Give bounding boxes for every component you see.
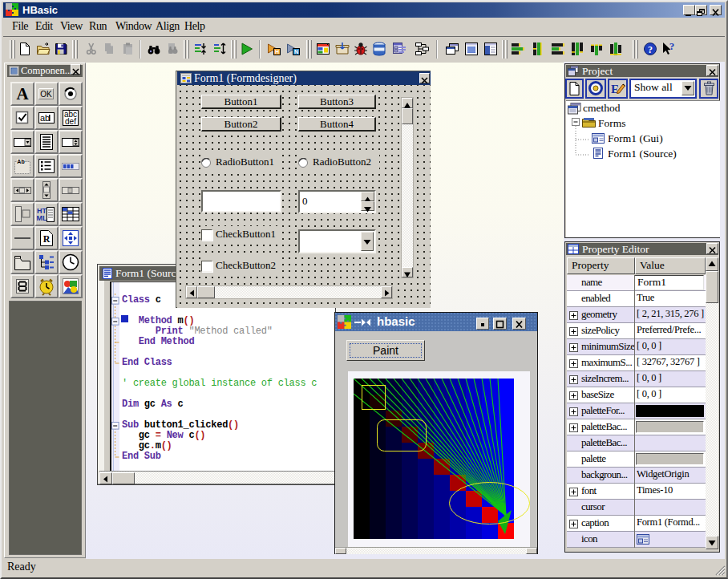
svg-text:OK: OK xyxy=(40,90,52,99)
svg-text:?: ? xyxy=(669,41,675,52)
svg-text:N: N xyxy=(294,49,298,55)
svg-text:R: R xyxy=(43,233,51,245)
svg-text:ML: ML xyxy=(37,214,47,222)
svg-text:def: def xyxy=(65,117,76,126)
svg-text:A: A xyxy=(16,84,29,103)
svg-text:ab: ab xyxy=(40,113,50,123)
svg-text:H: H xyxy=(275,49,279,55)
svg-text:Ab: Ab xyxy=(17,159,24,164)
svg-text:?: ? xyxy=(648,44,653,55)
